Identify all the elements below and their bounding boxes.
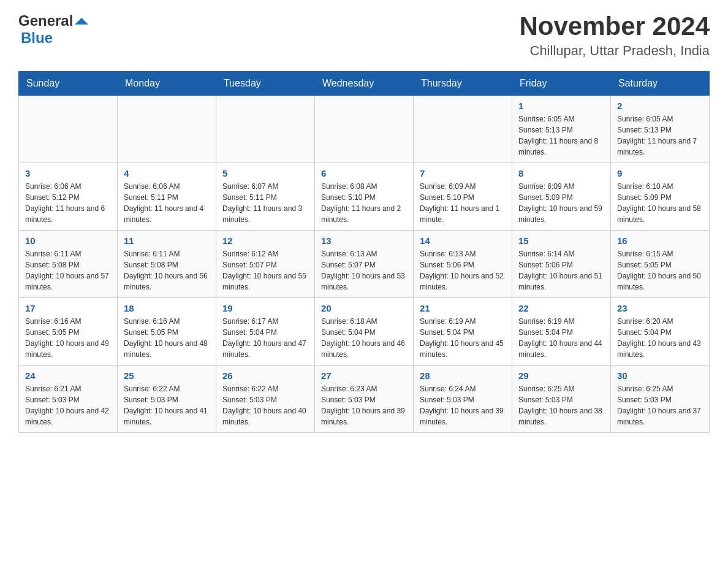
day-number: 22 — [518, 303, 604, 313]
day-number: 14 — [420, 236, 506, 246]
day-number: 8 — [518, 168, 604, 178]
day-info: Sunrise: 6:07 AMSunset: 5:11 PMDaylight:… — [222, 181, 308, 225]
calendar-cell: 12Sunrise: 6:12 AMSunset: 5:07 PMDayligh… — [216, 231, 315, 298]
calendar-cell: 3Sunrise: 6:06 AMSunset: 5:12 PMDaylight… — [19, 163, 118, 231]
calendar-cell: 14Sunrise: 6:13 AMSunset: 5:06 PMDayligh… — [414, 231, 512, 298]
day-header-monday: Monday — [118, 72, 216, 96]
day-number: 16 — [617, 236, 703, 246]
day-number: 29 — [518, 370, 604, 381]
calendar-cell: 7Sunrise: 6:09 AMSunset: 5:10 PMDaylight… — [414, 163, 512, 231]
calendar-cell: 10Sunrise: 6:11 AMSunset: 5:08 PMDayligh… — [19, 231, 118, 298]
calendar-subtitle: Chillupar, Uttar Pradesh, India — [519, 43, 710, 59]
calendar-header-row: SundayMondayTuesdayWednesdayThursdayFrid… — [19, 72, 710, 96]
day-number: 23 — [617, 303, 703, 313]
day-header-friday: Friday — [512, 72, 611, 96]
day-info: Sunrise: 6:11 AMSunset: 5:08 PMDaylight:… — [124, 248, 210, 293]
day-number: 28 — [420, 370, 506, 381]
day-number: 2 — [617, 101, 703, 111]
calendar-cell: 26Sunrise: 6:22 AMSunset: 5:03 PMDayligh… — [216, 366, 315, 433]
page-header: General Blue November 2024 Chillupar, Ut… — [18, 12, 710, 59]
calendar-cell: 24Sunrise: 6:21 AMSunset: 5:03 PMDayligh… — [19, 366, 118, 433]
day-info: Sunrise: 6:14 AMSunset: 5:06 PMDaylight:… — [518, 248, 604, 293]
day-info: Sunrise: 6:16 AMSunset: 5:05 PMDaylight:… — [124, 316, 210, 360]
calendar-cell: 9Sunrise: 6:10 AMSunset: 5:09 PMDaylight… — [611, 163, 710, 231]
day-number: 18 — [124, 303, 210, 313]
day-info: Sunrise: 6:09 AMSunset: 5:10 PMDaylight:… — [420, 181, 506, 225]
day-info: Sunrise: 6:22 AMSunset: 5:03 PMDaylight:… — [222, 383, 308, 427]
calendar-cell — [216, 96, 315, 163]
day-number: 4 — [124, 168, 210, 178]
calendar-cell — [414, 96, 512, 163]
calendar-cell: 2Sunrise: 6:05 AMSunset: 5:13 PMDaylight… — [611, 96, 710, 163]
calendar-cell: 17Sunrise: 6:16 AMSunset: 5:05 PMDayligh… — [19, 298, 118, 366]
day-number: 19 — [222, 303, 308, 313]
day-info: Sunrise: 6:09 AMSunset: 5:09 PMDaylight:… — [518, 181, 604, 225]
week-row-4: 17Sunrise: 6:16 AMSunset: 5:05 PMDayligh… — [19, 298, 710, 366]
calendar-cell: 28Sunrise: 6:24 AMSunset: 5:03 PMDayligh… — [414, 366, 512, 433]
calendar-cell: 22Sunrise: 6:19 AMSunset: 5:04 PMDayligh… — [512, 298, 611, 366]
day-info: Sunrise: 6:23 AMSunset: 5:03 PMDaylight:… — [321, 383, 407, 427]
day-info: Sunrise: 6:25 AMSunset: 5:03 PMDaylight:… — [617, 383, 703, 427]
logo-general-text: General — [18, 12, 73, 29]
day-number: 15 — [518, 236, 604, 246]
calendar-cell: 11Sunrise: 6:11 AMSunset: 5:08 PMDayligh… — [118, 231, 216, 298]
calendar-cell: 18Sunrise: 6:16 AMSunset: 5:05 PMDayligh… — [118, 298, 216, 366]
day-info: Sunrise: 6:08 AMSunset: 5:10 PMDaylight:… — [321, 181, 407, 225]
calendar-cell: 23Sunrise: 6:20 AMSunset: 5:04 PMDayligh… — [611, 298, 710, 366]
day-number: 27 — [321, 370, 407, 381]
day-info: Sunrise: 6:05 AMSunset: 5:13 PMDaylight:… — [617, 113, 703, 158]
day-header-thursday: Thursday — [414, 72, 512, 96]
day-number: 9 — [617, 168, 703, 178]
day-info: Sunrise: 6:25 AMSunset: 5:03 PMDaylight:… — [518, 383, 604, 427]
day-header-wednesday: Wednesday — [315, 72, 414, 96]
day-info: Sunrise: 6:13 AMSunset: 5:06 PMDaylight:… — [420, 248, 506, 293]
week-row-5: 24Sunrise: 6:21 AMSunset: 5:03 PMDayligh… — [19, 366, 710, 433]
day-info: Sunrise: 6:18 AMSunset: 5:04 PMDaylight:… — [321, 316, 407, 360]
day-number: 13 — [321, 236, 407, 246]
day-info: Sunrise: 6:21 AMSunset: 5:03 PMDaylight:… — [25, 383, 111, 427]
calendar-cell: 5Sunrise: 6:07 AMSunset: 5:11 PMDaylight… — [216, 163, 315, 231]
day-info: Sunrise: 6:06 AMSunset: 5:12 PMDaylight:… — [25, 181, 111, 225]
logo: General Blue — [18, 12, 88, 47]
calendar-cell: 6Sunrise: 6:08 AMSunset: 5:10 PMDaylight… — [315, 163, 414, 231]
title-area: November 2024 Chillupar, Uttar Pradesh, … — [519, 12, 710, 59]
day-number: 12 — [222, 236, 308, 246]
calendar-cell — [19, 96, 118, 163]
day-number: 20 — [321, 303, 407, 313]
calendar-cell: 13Sunrise: 6:13 AMSunset: 5:07 PMDayligh… — [315, 231, 414, 298]
calendar-cell: 29Sunrise: 6:25 AMSunset: 5:03 PMDayligh… — [512, 366, 611, 433]
calendar-cell: 15Sunrise: 6:14 AMSunset: 5:06 PMDayligh… — [512, 231, 611, 298]
day-info: Sunrise: 6:15 AMSunset: 5:05 PMDaylight:… — [617, 248, 703, 293]
day-number: 1 — [518, 101, 604, 111]
logo-icon — [75, 18, 88, 25]
day-number: 24 — [25, 370, 111, 381]
day-number: 3 — [25, 168, 111, 178]
day-number: 30 — [617, 370, 703, 381]
day-number: 25 — [124, 370, 210, 381]
week-row-1: 1Sunrise: 6:05 AMSunset: 5:13 PMDaylight… — [19, 96, 710, 163]
day-info: Sunrise: 6:13 AMSunset: 5:07 PMDaylight:… — [321, 248, 407, 293]
day-info: Sunrise: 6:06 AMSunset: 5:11 PMDaylight:… — [124, 181, 210, 225]
week-row-2: 3Sunrise: 6:06 AMSunset: 5:12 PMDaylight… — [19, 163, 710, 231]
day-header-saturday: Saturday — [611, 72, 710, 96]
calendar-cell: 25Sunrise: 6:22 AMSunset: 5:03 PMDayligh… — [118, 366, 216, 433]
day-info: Sunrise: 6:10 AMSunset: 5:09 PMDaylight:… — [617, 181, 703, 225]
day-info: Sunrise: 6:20 AMSunset: 5:04 PMDaylight:… — [617, 316, 703, 360]
calendar-cell: 16Sunrise: 6:15 AMSunset: 5:05 PMDayligh… — [611, 231, 710, 298]
day-info: Sunrise: 6:11 AMSunset: 5:08 PMDaylight:… — [25, 248, 111, 293]
day-number: 5 — [222, 168, 308, 178]
calendar-cell: 1Sunrise: 6:05 AMSunset: 5:13 PMDaylight… — [512, 96, 611, 163]
day-info: Sunrise: 6:12 AMSunset: 5:07 PMDaylight:… — [222, 248, 308, 293]
day-info: Sunrise: 6:17 AMSunset: 5:04 PMDaylight:… — [222, 316, 308, 360]
day-header-tuesday: Tuesday — [216, 72, 315, 96]
logo-blue-text: Blue — [21, 29, 53, 47]
day-header-sunday: Sunday — [19, 72, 118, 96]
day-info: Sunrise: 6:19 AMSunset: 5:04 PMDaylight:… — [518, 316, 604, 360]
week-row-3: 10Sunrise: 6:11 AMSunset: 5:08 PMDayligh… — [19, 231, 710, 298]
calendar-cell: 27Sunrise: 6:23 AMSunset: 5:03 PMDayligh… — [315, 366, 414, 433]
day-number: 11 — [124, 236, 210, 246]
day-info: Sunrise: 6:24 AMSunset: 5:03 PMDaylight:… — [420, 383, 506, 427]
calendar-cell: 20Sunrise: 6:18 AMSunset: 5:04 PMDayligh… — [315, 298, 414, 366]
calendar-cell: 19Sunrise: 6:17 AMSunset: 5:04 PMDayligh… — [216, 298, 315, 366]
calendar-cell: 4Sunrise: 6:06 AMSunset: 5:11 PMDaylight… — [118, 163, 216, 231]
